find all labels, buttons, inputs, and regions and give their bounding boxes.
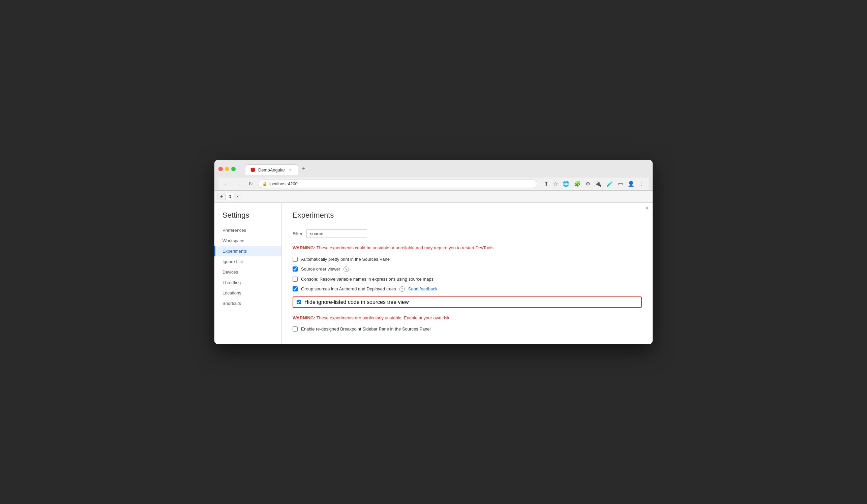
experiment-redesigned-breakpoint-label: Enable re-designed Breakpoint Sidebar Pa… (301, 327, 430, 331)
settings-title: Settings (214, 211, 281, 225)
experiment-redesigned-breakpoint: Enable re-designed Breakpoint Sidebar Pa… (292, 327, 642, 331)
close-settings-button[interactable]: × (645, 206, 649, 211)
sidebar-item-experiments[interactable]: Experiments (214, 246, 281, 256)
warning-2: WARNING: These experiments are particula… (292, 315, 642, 321)
sidebar-item-locations[interactable]: Locations (214, 288, 281, 298)
layout-icon[interactable]: ▭ (618, 180, 623, 187)
experiment-redesigned-breakpoint-checkbox[interactable] (292, 327, 298, 331)
tab-bar: DemoAngular × + (245, 163, 309, 175)
counter-plus-button[interactable]: + (217, 193, 225, 200)
forward-button[interactable]: → (235, 180, 243, 188)
profile-icon[interactable]: 👤 (628, 180, 634, 187)
new-tab-button[interactable]: + (298, 163, 309, 175)
extensions-icon[interactable]: 🧩 (574, 180, 581, 187)
url-bar[interactable]: 🔒 localhost:4200 (258, 179, 537, 188)
devtools-icon[interactable]: ⚙ (586, 180, 590, 187)
settings-sidebar: Settings Preferences Workspace Experimen… (214, 203, 282, 344)
sidebar-nav: Preferences Workspace Experiments Ignore… (214, 225, 281, 309)
experiment-group-sources-checkbox[interactable] (292, 286, 298, 292)
back-button[interactable]: ← (223, 180, 231, 188)
sidebar-item-workspace[interactable]: Workspace (214, 235, 281, 246)
filter-label: Filter (292, 231, 302, 236)
experiment-auto-pretty-print-checkbox[interactable] (292, 257, 298, 262)
filter-row: Filter (292, 229, 642, 238)
experiment-auto-pretty-print: Automatically pretty print in the Source… (292, 257, 642, 262)
bookmark-icon[interactable]: ☆ (553, 180, 558, 187)
experiment-source-order-viewer-label: Source order viewer (301, 266, 340, 272)
experiment-hide-ignore-listed-highlighted: Hide ignore-listed code in sources tree … (292, 296, 642, 308)
source-order-help-icon[interactable]: ? (343, 266, 349, 272)
experiment-group-sources: Group sources into Authored and Deployed… (292, 286, 642, 292)
url-text: localhost:4200 (269, 181, 298, 186)
traffic-lights (218, 167, 236, 171)
address-bar: ← → ↻ 🔒 localhost:4200 ⬆ ☆ 🌐 🧩 ⚙ 🔌 🧪 ▭ 👤… (218, 177, 649, 190)
traffic-light-red[interactable] (218, 167, 223, 171)
warning-2-prefix: WARNING: (292, 315, 315, 320)
counter-value: 0 (225, 193, 234, 200)
settings-content: Experiments Filter WARNING: These experi… (282, 203, 653, 344)
experiment-hide-ignore-listed-checkbox[interactable] (297, 300, 301, 304)
filter-input[interactable] (307, 229, 367, 238)
counter-widget: + 0 - (217, 193, 242, 200)
warning-1: WARNING: These experiments could be unst… (292, 244, 642, 251)
experiment-console-resolve-checkbox[interactable] (292, 277, 298, 282)
traffic-light-yellow[interactable] (225, 167, 229, 171)
experiment-console-resolve: Console: Resolve variable names in expre… (292, 277, 642, 282)
sidebar-item-devices[interactable]: Devices (214, 267, 281, 277)
puzzle-icon[interactable]: 🔌 (595, 180, 602, 187)
counter-minus-button[interactable]: - (234, 193, 241, 200)
browser-toolbar: ⬆ ☆ 🌐 🧩 ⚙ 🔌 🧪 ▭ 👤 ⋮ (544, 180, 644, 187)
menu-icon[interactable]: ⋮ (639, 180, 644, 187)
experiment-source-order-viewer: Source order viewer ? (292, 266, 642, 272)
sidebar-item-ignore-list[interactable]: Ignore List (214, 256, 281, 267)
experiment-source-order-viewer-checkbox[interactable] (292, 266, 298, 272)
sidebar-item-shortcuts[interactable]: Shortcuts (214, 298, 281, 309)
warning-2-text: These experiments are particularly unsta… (317, 315, 451, 320)
group-sources-help-icon[interactable]: ? (399, 286, 405, 292)
sidebar-item-throttling[interactable]: Throttling (214, 277, 281, 288)
tab-close-button[interactable]: × (288, 167, 293, 173)
reload-button[interactable]: ↻ (247, 180, 255, 188)
earth-icon[interactable]: 🌐 (563, 180, 569, 187)
lock-icon: 🔒 (262, 182, 267, 186)
flask-icon[interactable]: 🧪 (607, 180, 613, 187)
send-feedback-link[interactable]: Send feedback (408, 286, 438, 292)
experiment-group-sources-label: Group sources into Authored and Deployed… (301, 286, 396, 292)
experiment-console-resolve-label: Console: Resolve variable names in expre… (301, 277, 434, 282)
browser-tab[interactable]: DemoAngular × (245, 164, 298, 175)
experiment-auto-pretty-print-label: Automatically pretty print in the Source… (301, 257, 391, 262)
tab-title: DemoAngular (258, 167, 285, 173)
sidebar-item-preferences[interactable]: Preferences (214, 225, 281, 235)
experiment-hide-ignore-listed-label: Hide ignore-listed code in sources tree … (304, 299, 408, 305)
share-icon[interactable]: ⬆ (544, 180, 548, 187)
devtools-topbar: + 0 - (214, 191, 653, 202)
experiments-title: Experiments (292, 211, 642, 224)
warning-1-prefix: WARNING: (292, 245, 315, 250)
warning-1-text: These experiments could be unstable or u… (317, 245, 495, 250)
browser-content: + 0 - × Settings Preferences Workspace E… (214, 190, 653, 344)
traffic-light-green[interactable] (231, 167, 236, 171)
angular-icon (250, 167, 256, 173)
